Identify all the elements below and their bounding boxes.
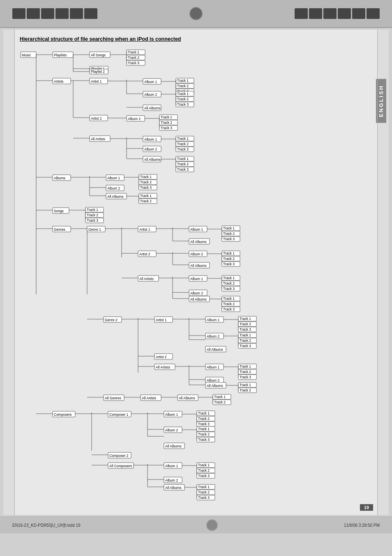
svg-text:Album 2: Album 2: [107, 186, 120, 190]
svg-text:Track 2: Track 2: [177, 162, 189, 166]
svg-text:Genres: Genres: [54, 227, 65, 232]
svg-text:Track 2: Track 2: [198, 490, 210, 494]
svg-text:Track 1: Track 1: [177, 79, 189, 83]
svg-text:Track 3: Track 3: [223, 287, 235, 291]
svg-text:Track 2: Track 2: [140, 180, 152, 184]
svg-text:All Genres: All Genres: [105, 396, 121, 400]
svg-text:Track 1: Track 1: [240, 317, 251, 321]
svg-text:All Albums: All Albums: [179, 396, 195, 400]
svg-text:Genre 1: Genre 1: [88, 227, 101, 232]
diagram-container: text { font-family: Arial, sans-serif; f…: [20, 48, 372, 501]
svg-text:Track 2: Track 2: [198, 417, 210, 421]
svg-text:All Albums: All Albums: [207, 384, 223, 388]
svg-text:Track 2: Track 2: [223, 232, 235, 236]
svg-text:All Albums: All Albums: [190, 240, 207, 244]
svg-text:Track 1: Track 1: [177, 92, 189, 96]
svg-text:Songs: Songs: [54, 209, 64, 213]
svg-text:Track 3: Track 3: [140, 185, 152, 190]
svg-text:All Songs: All Songs: [91, 53, 106, 57]
svg-text:Track 2: Track 2: [214, 400, 226, 404]
svg-text:Track 2: Track 2: [87, 213, 98, 217]
svg-text:Track 3: Track 3: [177, 102, 189, 107]
svg-text:Track 1: Track 1: [198, 463, 210, 467]
svg-text:Composer 2: Composer 2: [109, 454, 129, 458]
svg-text:Track 1: Track 1: [223, 251, 235, 255]
svg-text:Track 3: Track 3: [198, 474, 210, 478]
svg-text:Track 1: Track 1: [87, 208, 98, 212]
svg-text:Track 2: Track 2: [177, 97, 189, 101]
svg-text:Track 1: Track 1: [240, 333, 251, 337]
svg-text:Track 2: Track 2: [240, 322, 251, 326]
svg-text:Album 1: Album 1: [144, 80, 157, 84]
svg-text:Track 1: Track 1: [177, 157, 189, 161]
svg-text:Artist 1: Artist 1: [91, 79, 102, 83]
svg-text:Artists: Artists: [54, 79, 64, 83]
svg-text:All Albums: All Albums: [190, 264, 207, 268]
svg-text:Track 1: Track 1: [140, 194, 152, 198]
page-title: Hierarchical structure of file searching…: [20, 36, 372, 42]
svg-text:Track 2: Track 2: [198, 468, 210, 473]
svg-text:Artist 1: Artist 1: [156, 318, 167, 322]
footer: EN16-23_KD-PDR55[U_UH]f.indd 19 11/8/06 …: [0, 517, 392, 533]
svg-text:Track 3: Track 3: [198, 496, 210, 500]
svg-text:Track 3: Track 3: [198, 422, 210, 426]
svg-text:Albums: Albums: [54, 176, 65, 180]
svg-text:Track 3: Track 3: [87, 218, 98, 222]
svg-text:Composer 1: Composer 1: [109, 412, 129, 417]
svg-text:Track 3: Track 3: [240, 344, 251, 348]
svg-text:Track 2: Track 2: [177, 84, 189, 88]
svg-text:Track 1: Track 1: [140, 175, 152, 179]
svg-text:Album 2: Album 2: [165, 428, 178, 432]
svg-text:Artist 2: Artist 2: [139, 252, 150, 256]
page-number: 19: [360, 504, 373, 511]
svg-text:Composers: Composers: [54, 412, 71, 417]
svg-text:Album 2: Album 2: [165, 478, 178, 482]
svg-text:Track 1: Track 1: [161, 115, 172, 119]
svg-text:Track 2: Track 2: [198, 432, 210, 436]
svg-text:Album 2: Album 2: [207, 334, 219, 338]
svg-text:Album 1: Album 1: [144, 137, 157, 141]
svg-text:Track 3: Track 3: [161, 126, 172, 130]
svg-text:Playlist 2: Playlist 2: [91, 70, 105, 74]
svg-text:Track 1: Track 1: [198, 427, 210, 431]
svg-text:Album 2: Album 2: [128, 117, 141, 121]
svg-text:Artist 2: Artist 2: [156, 355, 167, 359]
svg-text:Album 1: Album 1: [207, 365, 219, 369]
svg-text:Track 2: Track 2: [240, 338, 251, 343]
svg-text:Track 2: Track 2: [177, 142, 189, 146]
svg-text:Track 2: Track 2: [240, 370, 251, 374]
svg-text:All Albums: All Albums: [165, 444, 182, 448]
svg-text:Track 1: Track 1: [177, 137, 189, 141]
footer-left: EN16-23_KD-PDR55[U_UH]f.indd 19: [12, 523, 81, 528]
svg-text:Track 3: Track 3: [223, 262, 235, 266]
svg-text:All Albums: All Albums: [207, 348, 223, 352]
svg-text:All Albums: All Albums: [144, 106, 161, 110]
svg-text:All Artists: All Artists: [156, 365, 170, 369]
svg-text:Track 1: Track 1: [240, 383, 251, 387]
svg-text:Track 3: Track 3: [223, 237, 235, 241]
svg-text:Track 3: Track 3: [128, 61, 139, 65]
svg-text:All Albums: All Albums: [144, 158, 161, 162]
svg-text:Album 1: Album 1: [165, 464, 178, 468]
svg-text:Album 2: Album 2: [190, 252, 203, 256]
svg-text:Album 2: Album 2: [207, 378, 219, 382]
svg-text:Album 1: Album 1: [190, 227, 203, 232]
svg-text:Track 2: Track 2: [223, 302, 235, 306]
svg-text:Track 3: Track 3: [223, 307, 235, 311]
svg-text:Album 2: Album 2: [144, 93, 157, 97]
svg-text:Track 1: Track 1: [223, 276, 235, 280]
svg-text:Album 1: Album 1: [165, 412, 178, 417]
svg-text:Track 2: Track 2: [223, 257, 235, 261]
svg-text:All Artists: All Artists: [142, 396, 156, 400]
svg-text:Genre 2: Genre 2: [105, 318, 118, 322]
svg-text:Track 3: Track 3: [240, 375, 251, 379]
svg-text:Track 1: Track 1: [223, 297, 235, 301]
svg-text:All Albums: All Albums: [165, 486, 182, 490]
svg-text:Track 2: Track 2: [128, 56, 139, 60]
svg-text:Album 1: Album 1: [190, 277, 203, 281]
svg-text:All Albums: All Albums: [190, 297, 207, 301]
svg-text:Track 1: Track 1: [198, 411, 210, 415]
svg-text:Music: Music: [22, 53, 31, 57]
svg-text:Album 1: Album 1: [207, 318, 219, 322]
footer-right: 11/8/06 3:28:50 PM: [344, 523, 380, 528]
